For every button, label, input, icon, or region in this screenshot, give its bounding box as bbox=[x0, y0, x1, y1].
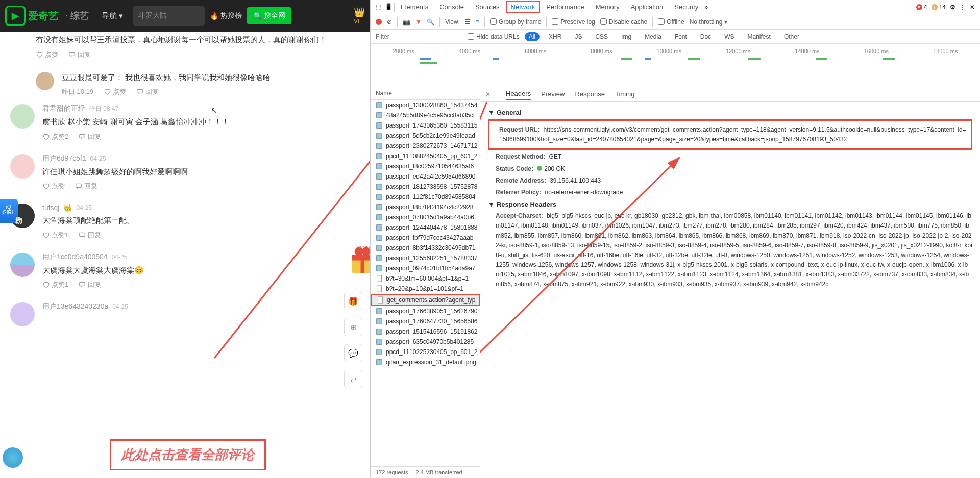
settings-icon[interactable]: ⚙ bbox=[950, 4, 955, 11]
username[interactable]: 用户6d97c5f1 bbox=[42, 154, 86, 163]
tab-performance[interactable]: Performance bbox=[541, 1, 589, 13]
hot-search-button[interactable]: 🔥热搜榜 bbox=[210, 11, 242, 20]
request-row[interactable]: b?t=30&tm=60.004&pf=1&p=1 bbox=[371, 273, 480, 284]
avatar[interactable] bbox=[10, 154, 35, 179]
nav-dropdown[interactable]: 导航▾ bbox=[102, 11, 123, 21]
username[interactable]: 用户13e643240230a bbox=[42, 302, 108, 311]
request-row[interactable]: passport_1812738598_15752878 bbox=[371, 182, 480, 192]
clear-button[interactable]: ⊘ bbox=[387, 18, 392, 26]
tab-console[interactable]: Console bbox=[434, 1, 469, 13]
search-input[interactable]: 斗罗大陆 bbox=[133, 6, 205, 26]
avatar[interactable] bbox=[36, 72, 54, 90]
request-row[interactable]: passport_8b3f14332c30495db71 bbox=[371, 243, 480, 253]
filter-ws[interactable]: WS bbox=[720, 32, 738, 41]
vip-badge[interactable]: 👑VI bbox=[354, 7, 365, 25]
request-row[interactable]: passport_1300028860_15437454 bbox=[371, 100, 480, 110]
error-count[interactable]: ✕4 bbox=[916, 4, 927, 11]
tab-preview[interactable]: Preview bbox=[541, 88, 565, 100]
round-float-button[interactable] bbox=[3, 447, 23, 468]
view-list-icon[interactable]: ☰ bbox=[465, 18, 471, 26]
request-row[interactable]: passport_1760647730_15656586 bbox=[371, 316, 480, 326]
filter-other[interactable]: Other bbox=[780, 32, 803, 41]
filter-font[interactable]: Font bbox=[671, 32, 691, 41]
request-row[interactable]: passport_1766389051_15626790 bbox=[371, 306, 480, 316]
filter-icon[interactable]: ▼ bbox=[415, 18, 422, 26]
request-row[interactable]: passport_2380272673_14671712 bbox=[371, 141, 480, 151]
kebab-icon[interactable]: ⋮ bbox=[960, 4, 966, 11]
close-icon[interactable]: ✕ bbox=[970, 4, 975, 11]
reply-button[interactable]: 回复 bbox=[75, 182, 97, 191]
offline-checkbox[interactable]: Offline bbox=[658, 18, 684, 26]
request-row[interactable]: passport_0974c01bf1b54ada9a7 bbox=[371, 263, 480, 273]
tab-security[interactable]: Security bbox=[669, 1, 703, 13]
like-button[interactable]: 点赞 bbox=[42, 182, 65, 191]
request-row[interactable]: passport_112f81c70d894585804 bbox=[371, 192, 480, 202]
request-row[interactable]: passport_1244404478_15801888 bbox=[371, 222, 480, 233]
avatar[interactable] bbox=[10, 104, 35, 129]
throttling-dropdown[interactable]: No throttling ▾ bbox=[690, 18, 727, 26]
request-row[interactable]: passport_5d5cb2c1e99e49feaad bbox=[371, 131, 480, 141]
filter-input[interactable] bbox=[376, 33, 462, 40]
request-row[interactable]: passport_1515416596_15191862 bbox=[371, 326, 480, 337]
filter-css[interactable]: CSS bbox=[591, 32, 612, 41]
request-row[interactable]: ppcd_1110882450405_pp_601_2 bbox=[371, 151, 480, 161]
close-details-button[interactable]: ✕ bbox=[485, 91, 491, 98]
preserve-checkbox[interactable]: Preserve log bbox=[552, 18, 595, 26]
record-button[interactable] bbox=[376, 19, 382, 25]
request-row[interactable]: b?t=20&p=10&p1=101&pf=1 bbox=[371, 284, 480, 294]
filter-img[interactable]: Img bbox=[617, 32, 635, 41]
request-row[interactable]: get_comments.action?agent_typ bbox=[371, 294, 480, 306]
like-button[interactable]: 点赞2 bbox=[42, 132, 68, 141]
search-all-button[interactable]: 🔍搜全网 bbox=[247, 7, 291, 24]
tab-application[interactable]: Application bbox=[626, 1, 669, 13]
filter-all[interactable]: All bbox=[525, 32, 540, 41]
name-column-header[interactable]: Name bbox=[371, 87, 480, 100]
logo[interactable]: ▶ 爱奇艺 · 综艺 bbox=[5, 6, 89, 26]
request-row[interactable]: passport_ed42a4f2c5954d66890 bbox=[371, 171, 480, 182]
like-button[interactable]: 点赞 bbox=[36, 50, 58, 59]
tab-sources[interactable]: Sources bbox=[470, 1, 505, 13]
request-row[interactable]: 48a245b5d89e4c5e95cc8ab35cf bbox=[371, 110, 480, 120]
timeline[interactable]: 2000 ms4000 ms6000 ms8000 ms10000 ms1200… bbox=[371, 44, 980, 87]
arrows-float-button[interactable]: ⇄ bbox=[344, 370, 362, 388]
like-button[interactable]: 点赞1 bbox=[42, 280, 68, 289]
tab-response[interactable]: Response bbox=[575, 88, 605, 100]
reply-button[interactable]: 回复 bbox=[68, 50, 91, 59]
reply-button[interactable]: 回复 bbox=[79, 231, 101, 240]
general-section[interactable]: ▼ General bbox=[488, 109, 972, 116]
group-checkbox[interactable]: Group by frame bbox=[490, 18, 541, 26]
tab-memory[interactable]: Memory bbox=[591, 1, 625, 13]
filter-manifest[interactable]: Manifest bbox=[744, 32, 775, 41]
request-row[interactable]: qitan_expression_31_default.png bbox=[371, 357, 480, 367]
reply-button[interactable]: 回复 bbox=[79, 132, 101, 141]
tab-headers[interactable]: Headers bbox=[506, 88, 531, 100]
response-headers-section[interactable]: ▼ Response Headers bbox=[488, 200, 972, 208]
tab-timing[interactable]: Timing bbox=[615, 88, 635, 100]
device-icon[interactable]: 📱 bbox=[385, 3, 393, 11]
warning-count[interactable]: !14 bbox=[932, 4, 946, 11]
username[interactable]: 用户1cc0d9a400504 bbox=[42, 253, 108, 262]
screenshot-icon[interactable]: 📷 bbox=[403, 18, 410, 26]
request-row[interactable]: passport_fbf79d7cec43427aaab bbox=[371, 233, 480, 243]
view-waterfall-icon[interactable]: ≡ bbox=[476, 18, 479, 26]
tab-elements[interactable]: Elements bbox=[396, 1, 433, 13]
request-row[interactable]: passport_635c04970b5b401285 bbox=[371, 337, 480, 347]
avatar[interactable] bbox=[10, 253, 35, 277]
inspect-icon[interactable]: ⬚ bbox=[376, 3, 384, 11]
search-icon[interactable]: 🔍 bbox=[427, 18, 434, 26]
tab-network[interactable]: Network bbox=[506, 1, 541, 13]
username[interactable]: 君君甜的正经 bbox=[42, 104, 85, 113]
like-button[interactable]: 点赞 bbox=[104, 87, 126, 96]
request-row[interactable]: ppcd_1110225230405_pp_601_2 bbox=[371, 347, 480, 357]
filter-xhr[interactable]: XHR bbox=[545, 32, 566, 41]
filter-media[interactable]: Media bbox=[641, 32, 666, 41]
request-row[interactable]: passport_f8b7842f194c4c22928 bbox=[371, 202, 480, 212]
request-row[interactable]: passport_1255682251_15788337 bbox=[371, 253, 480, 263]
request-row[interactable]: passport_1743065360_15583115 bbox=[371, 120, 480, 131]
chat-float-button[interactable]: 💬 bbox=[344, 344, 362, 362]
more-tabs-button[interactable]: » bbox=[704, 4, 708, 11]
disable-cache-checkbox[interactable]: Disable cache bbox=[600, 18, 647, 26]
reply-button[interactable]: 回复 bbox=[136, 87, 159, 96]
filter-doc[interactable]: Doc bbox=[696, 32, 715, 41]
request-row[interactable]: passport_078015d1a9ab44a0b6 bbox=[371, 212, 480, 222]
